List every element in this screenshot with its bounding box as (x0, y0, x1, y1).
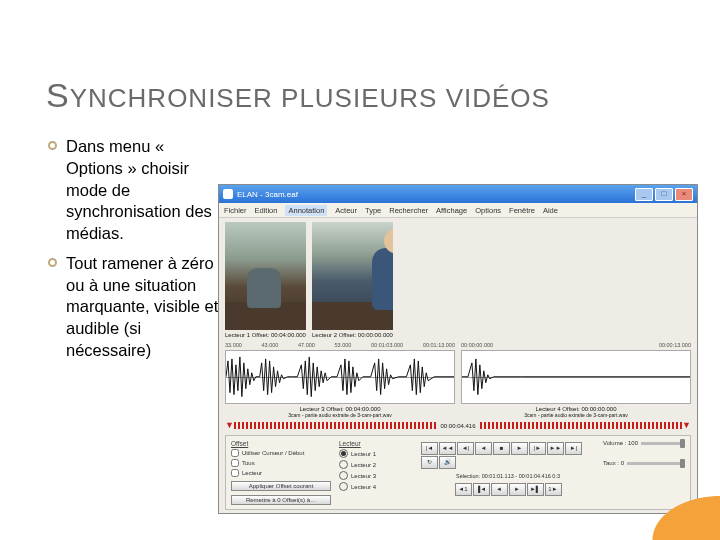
app-screenshot: ELAN - 3cam.eaf _ □ × Fichier Edition An… (218, 184, 698, 514)
transport-row-2: ◄1 ▐◄ ◄ ► ►▌ 1► (421, 483, 595, 496)
ruler-time: 00:00:04.416 (440, 423, 475, 429)
video-player-1[interactable]: Lecteur 1 Offset: 00:04:00.000 (225, 222, 306, 338)
transport-button[interactable]: ◄ (491, 483, 508, 496)
menu-item[interactable]: Edition (255, 206, 278, 215)
ruler-marker-icon: ▼ (682, 421, 691, 430)
menu-item[interactable]: Affichage (436, 206, 467, 215)
menu-item[interactable]: Options (475, 206, 501, 215)
volume-slider[interactable]: Volume : 100 (603, 440, 685, 446)
close-button[interactable]: × (675, 188, 693, 201)
waveform-1[interactable] (225, 350, 455, 404)
menu-item[interactable]: Rechercher (389, 206, 428, 215)
transport-button[interactable]: 🔊 (439, 456, 456, 469)
waveform-caption: Lecteur 4 Offset: 00:00:00.0003cam - par… (461, 406, 691, 418)
menu-item[interactable]: Aide (543, 206, 558, 215)
transport-button[interactable]: ■ (493, 442, 510, 455)
offset-header: Offset (231, 440, 331, 447)
player-radio[interactable]: Lecteur 3 (339, 471, 413, 480)
menu-item[interactable]: Fichier (224, 206, 247, 215)
transport-button[interactable]: ◄1 (455, 483, 472, 496)
player-radio[interactable]: Lecteur 2 (339, 460, 413, 469)
bullet-list: Dans menu « Options » choisir mode de sy… (46, 136, 220, 370)
window-title: ELAN - 3cam.eaf (237, 190, 298, 199)
ruler-marker-icon: ▼ (225, 421, 234, 430)
menu-item[interactable]: Fenêtre (509, 206, 535, 215)
bullet-item: Tout ramener à zéro ou à une situation m… (46, 253, 220, 362)
apply-offset-button[interactable]: Appliquer Offset courant (231, 481, 331, 491)
menu-item[interactable]: Type (365, 206, 381, 215)
window-titlebar: ELAN - 3cam.eaf _ □ × (219, 185, 697, 203)
transport-button[interactable]: ►▌ (527, 483, 544, 496)
video-caption: Lecteur 2 Offset: 00:00:00.000 (312, 332, 393, 338)
player-radio[interactable]: Lecteur 4 (339, 482, 413, 491)
control-panel: Offset Utiliser Curseur / Début Tous Lec… (225, 435, 691, 510)
waveform-2[interactable] (461, 350, 691, 404)
waveform-axis-right: 00:00:00.00000:00:13.000 (461, 342, 691, 348)
transport-button[interactable]: |► (529, 442, 546, 455)
maximize-button[interactable]: □ (655, 188, 673, 201)
transport-button[interactable]: ► (509, 483, 526, 496)
offset-option[interactable]: Lecteur (231, 469, 331, 477)
menu-item[interactable]: Annotation (285, 205, 327, 216)
time-ruler[interactable]: ▼ 00:00:04.416 ▼ (225, 420, 691, 431)
transport-button[interactable]: ↻ (421, 456, 438, 469)
slide-title: Synchroniser plusieurs vidéos (46, 76, 550, 115)
transport-button[interactable]: 1► (545, 483, 562, 496)
bullet-item: Dans menu « Options » choisir mode de sy… (46, 136, 220, 245)
transport-button[interactable]: ► (511, 442, 528, 455)
offset-option[interactable]: Utiliser Curseur / Début (231, 449, 331, 457)
transport-button[interactable]: ►► (547, 442, 564, 455)
transport-row: |◄ ◄◄ ◄| ◄ ■ ► |► ►► ►| ↻ 🔊 (421, 442, 595, 469)
player-header: Lecteur (339, 440, 413, 447)
menubar[interactable]: Fichier Edition Annotation Acteur Type R… (219, 203, 697, 218)
corner-decoration (634, 484, 720, 540)
minimize-button[interactable]: _ (635, 188, 653, 201)
transport-button[interactable]: ◄| (457, 442, 474, 455)
reset-offset-button[interactable]: Remettre à 0 Offset(s) à… (231, 495, 331, 505)
app-icon (223, 189, 233, 199)
video-player-2[interactable]: Lecteur 2 Offset: 00:00:00.000 (312, 222, 393, 338)
transport-button[interactable]: ►| (565, 442, 582, 455)
transport-button[interactable]: ▐◄ (473, 483, 490, 496)
selection-readout: Sélection: 00:01:01.113 - 00:01:04.416 0… (421, 473, 595, 479)
transport-button[interactable]: ◄ (475, 442, 492, 455)
player-radio[interactable]: Lecteur 1 (339, 449, 413, 458)
waveform-caption: Lecteur 3 Offset: 00:04:00.0003cam - par… (225, 406, 455, 418)
offset-option[interactable]: Tous (231, 459, 331, 467)
waveform-axis-left: 33.00043.00047.00053.00000:01:03.00000:0… (225, 342, 455, 348)
video-caption: Lecteur 1 Offset: 00:04:00.000 (225, 332, 306, 338)
rate-slider[interactable]: Taux : 0 (603, 460, 685, 466)
menu-item[interactable]: Acteur (335, 206, 357, 215)
transport-button[interactable]: |◄ (421, 442, 438, 455)
transport-button[interactable]: ◄◄ (439, 442, 456, 455)
